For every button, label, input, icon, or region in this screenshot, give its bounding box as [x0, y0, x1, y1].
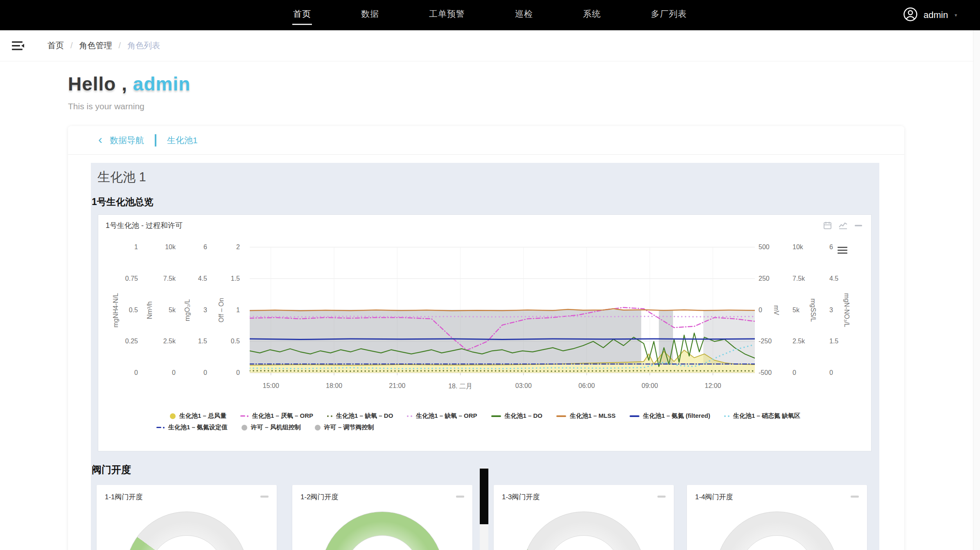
gauge-hole — [149, 535, 224, 550]
axis-tick: 0 — [236, 369, 240, 376]
x-tick-label: 09:00 — [641, 382, 658, 390]
legend-item[interactable]: 许可 – 调节阀控制 — [315, 424, 374, 431]
x-tick-label: 12:00 — [705, 382, 721, 390]
data-subnav: ‹ 数据导航 生化池1 — [68, 126, 904, 155]
chart-legend: 生化池1 – 总风量生化池1 – 厌氧 – ORP生化池1 – 缺氧 – DO生… — [98, 412, 872, 435]
nav-menu: 首页数据工单预警巡检系统多厂列表 — [0, 0, 980, 30]
legend-item[interactable]: 生化池1 – 厌氧 – ORP — [240, 412, 313, 420]
minus-icon[interactable] — [851, 496, 859, 498]
breadcrumb: 首页/角色管理/角色列表 — [47, 40, 160, 51]
axis-unit-nh4: mgNH4-N/L — [112, 293, 120, 327]
axis-unit-mv: mV — [772, 305, 780, 315]
legend-label: 生化池1 – 缺氧 – DO — [336, 412, 393, 420]
calendar-icon[interactable] — [824, 221, 831, 229]
axis-tick: 2.5k — [163, 338, 176, 345]
nav-item-3[interactable]: 巡检 — [514, 6, 534, 25]
gauge-title: 1-1阀门开度 — [105, 492, 143, 502]
axis-tick: 1 — [236, 307, 240, 314]
legend-marker — [240, 415, 248, 417]
legend-item[interactable]: 生化池1 – 缺氧 – ORP — [407, 412, 477, 420]
line-chart-icon[interactable] — [839, 222, 847, 229]
menu-fold-icon[interactable] — [11, 41, 25, 51]
legend-label: 生化池1 – 氨氮 (filtered) — [643, 412, 710, 420]
axis-tick: 0 — [793, 369, 796, 376]
x-tick-label: 21:00 — [389, 382, 405, 390]
breadcrumb-item-1[interactable]: 角色管理 — [79, 40, 112, 51]
greeting-username: admin — [133, 73, 190, 95]
axis-tick: 0.5 — [231, 338, 240, 345]
axis-unit-o2: mgO₂/L — [184, 299, 191, 321]
nav-item-4[interactable]: 系统 — [582, 6, 602, 25]
axis-tick: 4.5 — [829, 275, 838, 282]
axis-tick: 250 — [759, 275, 770, 282]
breadcrumb-bar: 首页/角色管理/角色列表 — [0, 30, 980, 61]
chevron-down-icon: ▾ — [955, 12, 957, 18]
breadcrumb-item-2: 角色列表 — [127, 40, 160, 51]
valve-gauge-card-2: 1-2阀门开度 — [292, 485, 472, 550]
axis-tick: 1.5 — [198, 338, 207, 345]
axis-tick: 0.25 — [125, 338, 138, 345]
breadcrumb-separator: / — [70, 41, 73, 50]
legend-item[interactable]: 生化池1 – 氨氮设定值 — [156, 424, 228, 431]
valve-gauge-card-1: 1-1阀门开度 — [97, 485, 277, 550]
inner-scrollbar-thumb[interactable] — [480, 469, 488, 524]
gauge-hole — [739, 535, 815, 550]
axis-tick: 6 — [203, 243, 207, 251]
legend-label: 生化池1 – 缺氧 – ORP — [416, 412, 477, 420]
axis-tick: 5k — [793, 307, 799, 314]
minus-icon[interactable] — [657, 496, 666, 498]
minus-icon[interactable] — [456, 496, 464, 498]
panel-toolbar — [824, 221, 862, 229]
axis-ticks-o2: 64.531.50 — [177, 243, 207, 377]
inner-scrollbar-track[interactable] — [480, 468, 488, 550]
legend-item[interactable]: 生化池1 – MLSS — [556, 412, 616, 420]
legend-label: 生化池1 – 总风量 — [179, 412, 226, 420]
axis-tick: 3 — [829, 307, 833, 314]
chevron-left-icon[interactable]: ‹ — [98, 133, 102, 146]
user-menu[interactable]: admin ▾ — [903, 0, 957, 30]
gauge-hole — [546, 535, 621, 550]
minus-icon[interactable] — [855, 224, 862, 227]
breadcrumb-separator: / — [119, 41, 121, 50]
breadcrumb-item-0[interactable]: 首页 — [47, 40, 64, 51]
gauge-title: 1-2阀门开度 — [300, 492, 339, 502]
user-name[interactable]: admin — [924, 10, 948, 20]
greeting-block: Hello , admin This is your warning — [68, 73, 190, 111]
axis-tick: 4.5 — [198, 275, 207, 282]
legend-label: 生化池1 – MLSS — [570, 412, 616, 420]
legend-item[interactable]: 许可 – 风机组控制 — [242, 424, 301, 431]
x-tick-label: 06:00 — [578, 382, 595, 390]
valve-gauge-donut — [716, 512, 838, 550]
legend-marker — [156, 427, 165, 428]
axis-tick: 5k — [169, 307, 176, 314]
axis-tick: 0 — [829, 369, 833, 376]
legend-marker — [327, 415, 332, 417]
gauge-hole — [345, 535, 420, 550]
current-pool-tab[interactable]: 生化池1 — [167, 135, 198, 146]
nav-item-5[interactable]: 多厂列表 — [650, 6, 688, 25]
axis-tick: 1.5 — [829, 338, 838, 345]
legend-item[interactable]: 生化池1 – 缺氧 – DO — [327, 412, 393, 420]
minus-icon[interactable] — [260, 496, 269, 498]
nav-item-0[interactable]: 首页 — [292, 6, 312, 25]
nav-item-2[interactable]: 工单预警 — [428, 6, 466, 25]
legend-item[interactable]: 生化池1 – DO — [491, 412, 543, 420]
legend-label: 生化池1 – DO — [505, 412, 543, 420]
legend-label: 许可 – 调节阀控制 — [324, 424, 374, 431]
nav-item-1[interactable]: 数据 — [360, 6, 380, 25]
timeseries-plot[interactable] — [250, 243, 755, 377]
comma-text: , — [116, 73, 133, 95]
axis-tick: 7.5k — [793, 275, 805, 282]
x-tick-label: 18. 二月 — [448, 382, 472, 391]
axis-tick: -500 — [759, 369, 772, 376]
legend-item[interactable]: 生化池1 – 硝态氮 缺氧区 — [724, 412, 800, 420]
legend-item[interactable]: 生化池1 – 总风量 — [170, 412, 226, 420]
valves-heading: 阀门开度 — [92, 463, 131, 476]
legend-item[interactable]: 生化池1 – 氨氮 (filtered) — [630, 412, 710, 420]
page-scrollbar[interactable] — [973, 30, 980, 550]
axis-unit-air: Nm³/h — [146, 301, 154, 319]
process-permit-chart-panel: 1号生化池 - 过程和许可 — [98, 214, 872, 451]
x-tick-label: 03:00 — [515, 382, 532, 390]
back-to-data-nav-link[interactable]: 数据导航 — [110, 135, 144, 146]
user-avatar-icon — [903, 7, 918, 23]
